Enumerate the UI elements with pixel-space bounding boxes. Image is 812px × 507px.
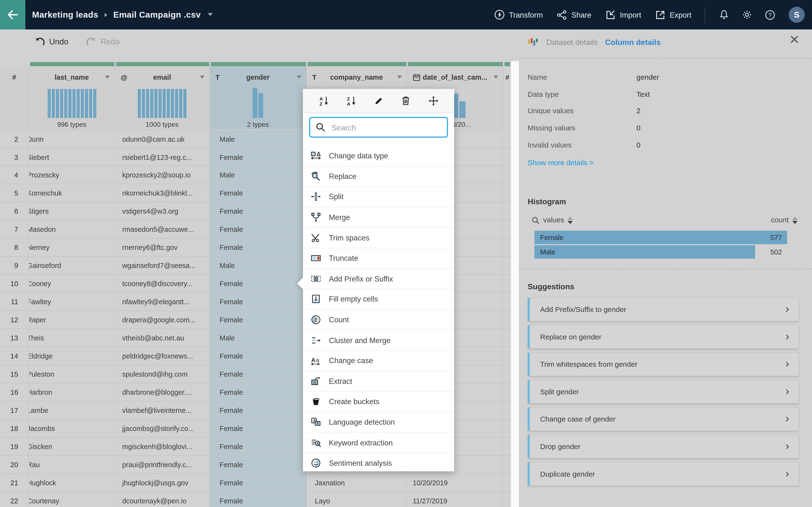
- menu-item-language-detection[interactable]: ALanguage detection: [303, 412, 454, 432]
- cell-gender[interactable]: Male: [210, 329, 307, 347]
- help-icon[interactable]: ?: [765, 10, 775, 20]
- cell-email[interactable]: odunn0@cam.ac.uk: [115, 130, 210, 148]
- transform-button[interactable]: Transform: [494, 9, 543, 20]
- breadcrumb-dataset[interactable]: Email Campaign .csv: [113, 10, 201, 20]
- column-header-gender[interactable]: Tgender: [210, 66, 307, 88]
- column-menu-caret-icon[interactable]: [105, 75, 110, 79]
- redo-button[interactable]: Redo: [86, 37, 120, 47]
- cell-email[interactable]: rmasedon5@accuwe...: [115, 221, 210, 239]
- import-button[interactable]: Import: [605, 10, 641, 20]
- column-menu-caret-icon[interactable]: [297, 75, 301, 79]
- cell-gender[interactable]: Female: [210, 401, 307, 419]
- cell-last-name[interactable]: Giscken: [29, 438, 115, 456]
- column-header-last_name[interactable]: last_name: [29, 66, 115, 88]
- cell-email[interactable]: rsiebert1@123-reg.c...: [115, 148, 210, 166]
- cell-last-name[interactable]: Courtenay: [29, 492, 115, 507]
- column-menu-caret-icon[interactable]: [200, 75, 204, 79]
- cell-email[interactable]: jhughlockj@usgs.gov: [115, 474, 210, 492]
- cell-last-name[interactable]: Masedon: [29, 221, 115, 239]
- cell-email[interactable]: kprozescky2@soup.io: [115, 166, 210, 184]
- cell-gender[interactable]: Female: [210, 419, 307, 438]
- back-button[interactable]: [0, 0, 26, 30]
- cell-gender[interactable]: Female: [210, 492, 307, 507]
- cell-date[interactable]: 10/20/2019: [407, 474, 503, 492]
- sort-ascending-button[interactable]: AZ: [316, 93, 332, 108]
- column-header-index[interactable]: #: [0, 66, 29, 88]
- cell-email[interactable]: vtheisb@abc.net.au: [115, 329, 210, 347]
- cell-last-name[interactable]: Rau: [29, 456, 115, 474]
- cell-company-name[interactable]: Layo: [307, 492, 407, 507]
- count-sort-header[interactable]: count: [771, 216, 798, 224]
- cell-last-name[interactable]: Jacombs: [29, 419, 115, 438]
- suggestion-drop-gender[interactable]: Drop gender›: [528, 435, 799, 458]
- sort-descending-button[interactable]: ZA: [343, 93, 359, 108]
- column-histogram-last_name[interactable]: 996 types: [29, 88, 115, 129]
- menu-item-split[interactable]: Split: [303, 186, 454, 207]
- cell-email[interactable]: spulestond@ihg.com: [115, 365, 210, 383]
- cell-last-name[interactable]: Nerney: [29, 238, 115, 257]
- rename-column-button[interactable]: [371, 93, 386, 108]
- cell-gender[interactable]: Female: [210, 438, 307, 456]
- menu-item-extract[interactable]: Extract: [303, 371, 454, 391]
- cell-gender[interactable]: Female: [210, 474, 307, 492]
- cell-last-name[interactable]: Raper: [29, 311, 115, 329]
- cell-gender[interactable]: Female: [210, 238, 307, 257]
- share-button[interactable]: Share: [557, 10, 591, 20]
- bell-icon[interactable]: [719, 9, 729, 20]
- cell-last-name[interactable]: Prozescky: [29, 166, 115, 184]
- delete-column-button[interactable]: [398, 93, 413, 108]
- cell-last-name[interactable]: Harbron: [29, 383, 115, 401]
- cell-last-name[interactable]: Eldridge: [29, 347, 115, 365]
- dataset-caret-icon[interactable]: [207, 13, 212, 17]
- cell-last-name[interactable]: Gainseford: [29, 257, 115, 275]
- cell-gender[interactable]: Female: [210, 365, 307, 383]
- cell-last-name[interactable]: Dunn: [29, 130, 115, 148]
- cell-email[interactable]: vlambef@liveinterne...: [115, 401, 210, 419]
- menu-item-truncate[interactable]: Truncate: [303, 248, 454, 268]
- cell-gender[interactable]: Female: [210, 456, 307, 474]
- cell-email[interactable]: tcooney8@discovery...: [115, 275, 210, 293]
- menu-item-trim-spaces[interactable]: Trim spaces: [303, 227, 454, 248]
- cell-email[interactable]: dharbrone@blogger....: [115, 383, 210, 401]
- move-column-button[interactable]: [425, 93, 441, 108]
- menu-item-change-case[interactable]: AaChange case: [303, 350, 454, 371]
- menu-item-count[interactable]: 123Count: [303, 309, 454, 330]
- undo-button[interactable]: Undo: [34, 37, 68, 47]
- menu-search-box[interactable]: [309, 117, 448, 137]
- export-button[interactable]: Export: [655, 10, 692, 20]
- suggestion-change-case-of-gender[interactable]: Change case of gender›: [528, 407, 799, 431]
- menu-item-fill-empty-cells[interactable]: Fill empty cells: [303, 289, 454, 309]
- menu-item-cluster-and-merge[interactable]: Cluster and Merge: [303, 330, 454, 350]
- tab-dataset-details[interactable]: Dataset details: [546, 38, 598, 46]
- cell-email[interactable]: dcourtenayk@pen.io: [115, 492, 210, 507]
- cell-email[interactable]: rnerney6@ftc.gov: [115, 238, 210, 257]
- menu-item-create-buckets[interactable]: Create buckets: [303, 391, 454, 412]
- column-header-email[interactable]: @email: [115, 66, 210, 88]
- gear-icon[interactable]: [742, 9, 753, 20]
- column-menu-caret-icon[interactable]: [494, 75, 498, 79]
- cell-email[interactable]: nfawltey9@elegantt...: [115, 293, 210, 311]
- cell-last-name[interactable]: Fawltey: [29, 293, 115, 311]
- cell-email[interactable]: wgainseford7@seesa...: [115, 257, 210, 275]
- cell-gender[interactable]: Female: [210, 383, 307, 401]
- cell-last-name[interactable]: Theis: [29, 329, 115, 347]
- column-histogram-index[interactable]: [0, 88, 29, 129]
- close-icon[interactable]: ✕: [789, 34, 800, 46]
- menu-item-add-prefix-or-suffix[interactable]: Add Prefix or Suffix: [303, 268, 454, 289]
- column-menu-caret-icon[interactable]: [397, 75, 402, 79]
- menu-item-change-data-type[interactable]: Change data type: [303, 146, 454, 166]
- cell-gender[interactable]: Female: [210, 221, 307, 239]
- cell-company-name[interactable]: Jaxnation: [307, 474, 407, 492]
- values-search-icon[interactable]: [532, 217, 540, 225]
- cell-email[interactable]: jjacombsg@storify.co...: [115, 419, 210, 438]
- cell-gender[interactable]: Male: [210, 130, 307, 148]
- menu-search-input[interactable]: [331, 122, 441, 132]
- suggestion-duplicate-gender[interactable]: Duplicate gender›: [528, 462, 799, 486]
- cell-gender[interactable]: Female: [210, 148, 307, 166]
- menu-item-sentiment-analysis[interactable]: Sentiment analysis: [303, 453, 454, 473]
- cell-gender[interactable]: Male: [210, 166, 307, 184]
- cell-gender[interactable]: Female: [210, 347, 307, 365]
- tab-column-details[interactable]: Column details: [605, 38, 660, 46]
- table-row[interactable]: 22Courtenaydcourtenayk@pen.ioFemaleLayo1…: [0, 491, 511, 507]
- suggestion-replace-on-gender[interactable]: Replace on gender›: [528, 325, 799, 349]
